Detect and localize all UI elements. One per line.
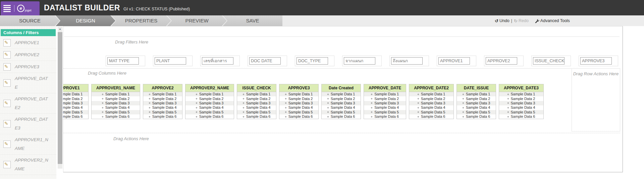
advanced-tools-button[interactable]: Advanced Tools — [535, 18, 570, 23]
filter-widget[interactable]: ISSUE_CHECK — [531, 56, 571, 66]
scrollbar-up-icon[interactable]: ▲ — [58, 27, 62, 31]
row-actions-dropzone[interactable]: Drag Row Actions Here — [572, 68, 620, 131]
bullet-icon — [371, 111, 372, 113]
bullet-icon — [418, 102, 419, 104]
column-header[interactable]: APPROVE3 — [279, 84, 318, 92]
pencil-icon: ✎ — [3, 39, 11, 47]
tab-preview[interactable]: PREVIEW — [167, 15, 227, 26]
column-header[interactable]: APPROVER1_NAME — [92, 84, 140, 92]
sidebar-item-approve_date[interactable]: ✎APPROVE_DATE — [0, 73, 56, 93]
table-cell: Sample Data 4 — [92, 105, 140, 110]
joget-logo-icon[interactable]: e joget — [17, 5, 32, 12]
filter-widget[interactable]: MAT TYPE — [106, 56, 145, 66]
bullet-icon — [285, 94, 286, 95]
table-cell: Sample Data 1 — [143, 92, 182, 96]
redo-label: Redo — [519, 18, 529, 23]
actions-drop-hint: Drag Actions Here — [113, 136, 149, 141]
pencil-icon: ✎ — [3, 63, 11, 71]
table-cell: Sample Data 3 — [364, 101, 406, 105]
column-header[interactable]: APPROVE_DATE — [364, 84, 406, 92]
sidebar-item-approver3_name[interactable]: ✎APPROVER3_NAME — [0, 175, 56, 179]
table-cell: Sample Data 1 — [92, 92, 140, 96]
sidebar-item-approve_date3[interactable]: ✎APPROVE_DATE3 — [0, 114, 56, 134]
table-cell: Sample Data 1 — [322, 92, 361, 96]
filter-widget[interactable]: DOC DATE — [248, 56, 287, 66]
tab-source[interactable]: SOURCE — [0, 15, 60, 26]
column-header[interactable]: APPROVE2 — [143, 84, 182, 92]
table-cell: Sample Data 5 — [457, 110, 496, 114]
column-header[interactable]: APPROVE_DATE3 — [499, 84, 543, 92]
filter-widget[interactable]: PLANT — [153, 56, 193, 66]
filter-widget[interactable]: DOC_TYPE — [295, 56, 334, 66]
column-body: Sample Data 1Sample Data 2Sample Data 3S… — [279, 92, 318, 119]
bullet-icon — [327, 116, 329, 117]
bullet-icon — [196, 107, 197, 108]
column-header[interactable]: DATE_ISSUE — [457, 84, 496, 92]
column-header[interactable]: APPROVER2_NAME — [185, 84, 234, 92]
bullet-icon — [463, 102, 464, 104]
bullet-icon — [149, 107, 150, 108]
pencil-icon: ✎ — [3, 120, 11, 127]
table-cell: Sample Data 1 — [499, 92, 543, 96]
bullet-icon — [371, 116, 372, 117]
filter-widget[interactable]: เลขที่เอกสาร — [200, 56, 240, 66]
sidebar-item-approve_date2[interactable]: ✎APPROVE_DATE2 — [0, 93, 56, 114]
table-cell: Sample Data 3 — [499, 101, 543, 105]
sidebar-item-approve3[interactable]: ✎APPROVE3 — [0, 61, 56, 73]
table-cell: Sample Data 6 — [185, 114, 234, 119]
sidebar-item-approver1_name[interactable]: ✎APPROVER1_NAME — [0, 134, 56, 155]
table-cell: Sample Data 3 — [237, 101, 276, 105]
table-column: Date CreatedSample Data 1Sample Data 2Sa… — [321, 84, 361, 119]
undo-button[interactable]: ↺ Undo — [495, 18, 509, 23]
sidebar-scrollbar[interactable]: ▲ — [58, 27, 62, 169]
menu-icon[interactable] — [3, 5, 11, 12]
bullet-icon — [463, 111, 464, 113]
column-body: Sample Data 1Sample Data 2Sample Data 3S… — [364, 92, 406, 119]
tab-design[interactable]: DESIGN — [56, 15, 115, 26]
sidebar-item-label: APPROVER3_NAME — [15, 176, 50, 179]
bullet-icon — [327, 102, 329, 104]
table-column: APPROVE3Sample Data 1Sample Data 2Sample… — [279, 84, 319, 119]
filter-widget[interactable]: APPROVE2 — [484, 56, 524, 66]
table-cell: Sample Data 4 — [322, 105, 361, 110]
bullet-icon — [507, 107, 509, 108]
tabbar: SOURCEDESIGNPROPERTIESPREVIEWSAVE ↺ Undo… — [0, 15, 644, 26]
table-cell: Sample Data 6 — [457, 114, 496, 119]
bullet-icon — [196, 102, 197, 104]
bullet-icon — [371, 107, 372, 108]
table-cell: Sample Data 2 — [279, 96, 318, 101]
filter-widget[interactable]: APPROVE3 — [579, 56, 618, 66]
column-header[interactable]: Date Created — [322, 84, 361, 92]
table-cell: Sample Data 2 — [409, 96, 453, 101]
sidebar-item-approve1[interactable]: ✎APPROVE1 — [0, 37, 56, 49]
filter-widget-label: จากแผนก — [344, 57, 375, 65]
bullet-icon — [243, 98, 244, 99]
bullet-icon — [327, 111, 329, 113]
bullet-icon — [463, 98, 464, 99]
tab-save[interactable]: SAVE — [223, 15, 282, 26]
column-body: Sample Data 1Sample Data 2Sample Data 3S… — [185, 92, 234, 119]
table-cell: Sample Data 2 — [322, 96, 361, 101]
row-actions-drop-hint: Drag Row Actions Here — [573, 71, 619, 76]
table-cell: Sample Data 6 — [499, 114, 543, 119]
bullet-icon — [285, 98, 286, 99]
table-cell: Sample Data 4 — [279, 105, 318, 110]
scrollbar-thumb[interactable] — [58, 32, 62, 164]
column-header[interactable]: ISSUE_CHECK — [237, 84, 276, 92]
filter-widget[interactable]: ถึงแผนก — [389, 56, 429, 66]
redo-button[interactable]: ↻ Redo — [514, 18, 529, 23]
bullet-icon — [371, 102, 372, 104]
filter-widget[interactable]: จากแผนก — [342, 56, 382, 66]
sidebar-item-approve2[interactable]: ✎APPROVE2 — [0, 49, 56, 61]
bullet-icon — [102, 111, 103, 113]
table-cell: Sample Data 6 — [322, 114, 361, 119]
columns-drop-hint: Drag Columns Here — [88, 71, 126, 76]
column-header[interactable]: APPROVE_DATE2 — [409, 84, 453, 92]
table-cell: Sample Data 3 — [322, 101, 361, 105]
bullet-icon — [149, 98, 150, 99]
sidebar-item-approver2_name[interactable]: ✎APPROVER2_NAME — [0, 155, 56, 175]
bullet-icon — [507, 94, 509, 95]
table-cell: Sample Data 4 — [409, 105, 453, 110]
filter-widget[interactable]: APPROVE1 — [437, 56, 476, 66]
tab-properties[interactable]: PROPERTIES — [111, 15, 171, 26]
